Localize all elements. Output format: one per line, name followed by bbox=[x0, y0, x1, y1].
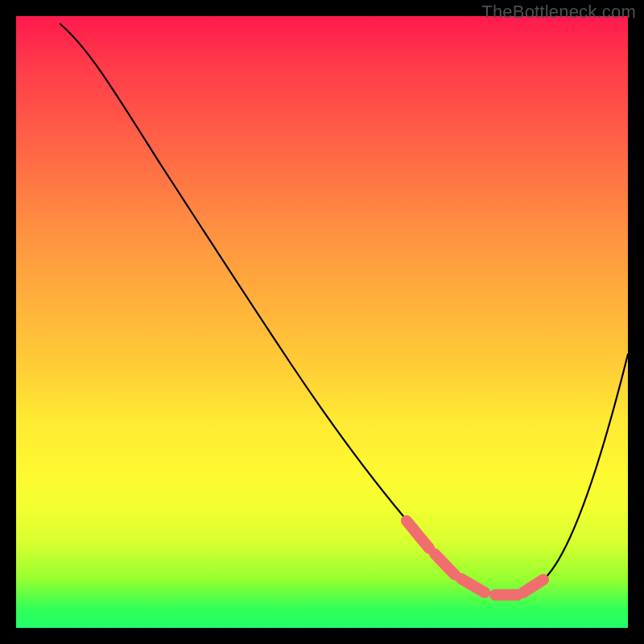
valley-segment bbox=[407, 521, 429, 548]
chart-plot-area bbox=[16, 16, 628, 628]
valley-segment bbox=[461, 579, 485, 592]
watermark-text: TheBottleneck.com bbox=[481, 2, 636, 23]
chart-svg bbox=[16, 16, 628, 628]
valley-segment bbox=[523, 580, 543, 592]
valley-segment bbox=[435, 554, 455, 575]
valley-highlight bbox=[407, 521, 543, 595]
bottleneck-curve-path bbox=[60, 24, 628, 597]
